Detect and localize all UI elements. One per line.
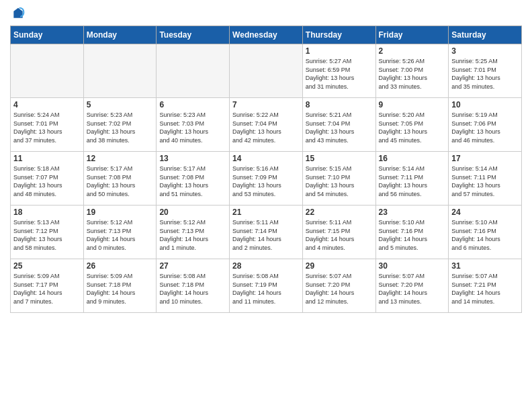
- day-number: 8: [306, 100, 373, 109]
- weekday-header-row: SundayMondayTuesdayWednesdayThursdayFrid…: [11, 26, 522, 44]
- day-info: Sunrise: 5:08 AM Sunset: 7:19 PM Dayligh…: [232, 272, 300, 306]
- calendar-cell: 9Sunrise: 5:20 AM Sunset: 7:05 PM Daylig…: [375, 98, 449, 152]
- day-number: 17: [451, 154, 519, 163]
- calendar-cell: [230, 44, 303, 98]
- weekday-header-sunday: Sunday: [11, 26, 84, 44]
- calendar-cell: 27Sunrise: 5:08 AM Sunset: 7:18 PM Dayli…: [157, 259, 230, 313]
- calendar-cell: 23Sunrise: 5:10 AM Sunset: 7:16 PM Dayli…: [375, 205, 449, 259]
- day-info: Sunrise: 5:17 AM Sunset: 7:08 PM Dayligh…: [87, 165, 154, 198]
- calendar-cell: [83, 44, 157, 98]
- day-info: Sunrise: 5:10 AM Sunset: 7:16 PM Dayligh…: [379, 218, 446, 252]
- day-number: 11: [13, 154, 81, 163]
- week-row-1: 1Sunrise: 5:27 AM Sunset: 6:59 PM Daylig…: [11, 44, 522, 98]
- calendar-cell: 28Sunrise: 5:08 AM Sunset: 7:19 PM Dayli…: [230, 259, 303, 313]
- calendar-cell: 15Sunrise: 5:15 AM Sunset: 7:10 PM Dayli…: [302, 152, 375, 205]
- day-number: 29: [306, 261, 373, 271]
- day-number: 4: [13, 100, 81, 109]
- day-number: 28: [232, 261, 300, 271]
- day-info: Sunrise: 5:07 AM Sunset: 7:20 PM Dayligh…: [306, 272, 373, 306]
- day-number: 24: [451, 208, 519, 217]
- day-info: Sunrise: 5:12 AM Sunset: 7:13 PM Dayligh…: [159, 218, 226, 252]
- week-row-4: 18Sunrise: 5:13 AM Sunset: 7:12 PM Dayli…: [11, 205, 522, 259]
- header: [10, 7, 522, 20]
- calendar-cell: 11Sunrise: 5:18 AM Sunset: 7:07 PM Dayli…: [11, 152, 84, 205]
- day-info: Sunrise: 5:25 AM Sunset: 7:01 PM Dayligh…: [451, 57, 519, 91]
- day-info: Sunrise: 5:15 AM Sunset: 7:10 PM Dayligh…: [306, 165, 373, 198]
- day-info: Sunrise: 5:16 AM Sunset: 7:09 PM Dayligh…: [232, 165, 300, 198]
- calendar-cell: 30Sunrise: 5:07 AM Sunset: 7:20 PM Dayli…: [375, 259, 449, 313]
- logo-icon: [11, 7, 25, 20]
- day-number: 7: [232, 100, 300, 109]
- day-info: Sunrise: 5:23 AM Sunset: 7:03 PM Dayligh…: [159, 111, 226, 144]
- weekday-header-saturday: Saturday: [449, 26, 522, 44]
- day-number: 10: [451, 100, 519, 109]
- weekday-header-tuesday: Tuesday: [157, 26, 230, 44]
- calendar-cell: 20Sunrise: 5:12 AM Sunset: 7:13 PM Dayli…: [157, 205, 230, 259]
- calendar-cell: 19Sunrise: 5:12 AM Sunset: 7:13 PM Dayli…: [83, 205, 157, 259]
- day-number: 5: [87, 100, 154, 109]
- calendar-cell: 24Sunrise: 5:10 AM Sunset: 7:16 PM Dayli…: [449, 205, 522, 259]
- weekday-header-thursday: Thursday: [302, 26, 375, 44]
- day-number: 18: [13, 208, 81, 217]
- day-info: Sunrise: 5:23 AM Sunset: 7:02 PM Dayligh…: [87, 111, 154, 144]
- calendar-cell: 21Sunrise: 5:11 AM Sunset: 7:14 PM Dayli…: [230, 205, 303, 259]
- day-info: Sunrise: 5:07 AM Sunset: 7:20 PM Dayligh…: [379, 272, 446, 306]
- calendar-cell: 13Sunrise: 5:17 AM Sunset: 7:08 PM Dayli…: [157, 152, 230, 205]
- weekday-header-wednesday: Wednesday: [230, 26, 303, 44]
- day-number: 9: [379, 100, 446, 109]
- day-info: Sunrise: 5:17 AM Sunset: 7:08 PM Dayligh…: [159, 165, 226, 198]
- day-info: Sunrise: 5:11 AM Sunset: 7:14 PM Dayligh…: [232, 218, 300, 252]
- day-number: 21: [232, 208, 300, 217]
- calendar-cell: 1Sunrise: 5:27 AM Sunset: 6:59 PM Daylig…: [302, 44, 375, 98]
- calendar-cell: 10Sunrise: 5:19 AM Sunset: 7:06 PM Dayli…: [449, 98, 522, 152]
- day-number: 22: [306, 208, 373, 217]
- day-info: Sunrise: 5:24 AM Sunset: 7:01 PM Dayligh…: [13, 111, 81, 144]
- day-info: Sunrise: 5:11 AM Sunset: 7:15 PM Dayligh…: [306, 218, 373, 252]
- calendar-cell: 17Sunrise: 5:14 AM Sunset: 7:11 PM Dayli…: [449, 152, 522, 205]
- day-info: Sunrise: 5:27 AM Sunset: 6:59 PM Dayligh…: [306, 57, 373, 91]
- day-number: 6: [159, 100, 226, 109]
- week-row-5: 25Sunrise: 5:09 AM Sunset: 7:17 PM Dayli…: [11, 259, 522, 313]
- day-number: 12: [87, 154, 154, 163]
- day-info: Sunrise: 5:12 AM Sunset: 7:13 PM Dayligh…: [87, 218, 154, 252]
- day-number: 26: [87, 261, 154, 271]
- day-info: Sunrise: 5:13 AM Sunset: 7:12 PM Dayligh…: [13, 218, 81, 252]
- weekday-header-friday: Friday: [375, 26, 449, 44]
- day-number: 13: [159, 154, 226, 163]
- calendar-cell: 26Sunrise: 5:09 AM Sunset: 7:18 PM Dayli…: [83, 259, 157, 313]
- day-info: Sunrise: 5:22 AM Sunset: 7:04 PM Dayligh…: [232, 111, 300, 144]
- calendar: SundayMondayTuesdayWednesdayThursdayFrid…: [10, 26, 522, 313]
- calendar-cell: 25Sunrise: 5:09 AM Sunset: 7:17 PM Dayli…: [11, 259, 84, 313]
- day-number: 31: [451, 261, 519, 271]
- calendar-cell: 12Sunrise: 5:17 AM Sunset: 7:08 PM Dayli…: [83, 152, 157, 205]
- calendar-cell: [157, 44, 230, 98]
- day-number: 19: [87, 208, 154, 217]
- day-number: 3: [451, 46, 519, 56]
- day-info: Sunrise: 5:21 AM Sunset: 7:04 PM Dayligh…: [306, 111, 373, 144]
- day-number: 16: [379, 154, 446, 163]
- calendar-cell: 14Sunrise: 5:16 AM Sunset: 7:09 PM Dayli…: [230, 152, 303, 205]
- weekday-header-monday: Monday: [83, 26, 157, 44]
- day-number: 20: [159, 208, 226, 217]
- day-info: Sunrise: 5:19 AM Sunset: 7:06 PM Dayligh…: [451, 111, 519, 144]
- calendar-cell: 3Sunrise: 5:25 AM Sunset: 7:01 PM Daylig…: [449, 44, 522, 98]
- calendar-cell: 7Sunrise: 5:22 AM Sunset: 7:04 PM Daylig…: [230, 98, 303, 152]
- calendar-cell: 29Sunrise: 5:07 AM Sunset: 7:20 PM Dayli…: [302, 259, 375, 313]
- day-number: 14: [232, 154, 300, 163]
- day-info: Sunrise: 5:08 AM Sunset: 7:18 PM Dayligh…: [159, 272, 226, 306]
- day-number: 27: [159, 261, 226, 271]
- day-number: 30: [379, 261, 446, 271]
- logo: [10, 7, 25, 20]
- calendar-cell: 18Sunrise: 5:13 AM Sunset: 7:12 PM Dayli…: [11, 205, 84, 259]
- calendar-cell: 2Sunrise: 5:26 AM Sunset: 7:00 PM Daylig…: [375, 44, 449, 98]
- day-number: 1: [306, 46, 373, 56]
- day-info: Sunrise: 5:07 AM Sunset: 7:21 PM Dayligh…: [451, 272, 519, 306]
- week-row-3: 11Sunrise: 5:18 AM Sunset: 7:07 PM Dayli…: [11, 152, 522, 205]
- day-info: Sunrise: 5:10 AM Sunset: 7:16 PM Dayligh…: [451, 218, 519, 252]
- day-info: Sunrise: 5:09 AM Sunset: 7:18 PM Dayligh…: [87, 272, 154, 306]
- page: SundayMondayTuesdayWednesdayThursdayFrid…: [0, 0, 532, 320]
- week-row-2: 4Sunrise: 5:24 AM Sunset: 7:01 PM Daylig…: [11, 98, 522, 152]
- day-info: Sunrise: 5:14 AM Sunset: 7:11 PM Dayligh…: [379, 165, 446, 198]
- day-info: Sunrise: 5:26 AM Sunset: 7:00 PM Dayligh…: [379, 57, 446, 91]
- day-info: Sunrise: 5:14 AM Sunset: 7:11 PM Dayligh…: [451, 165, 519, 198]
